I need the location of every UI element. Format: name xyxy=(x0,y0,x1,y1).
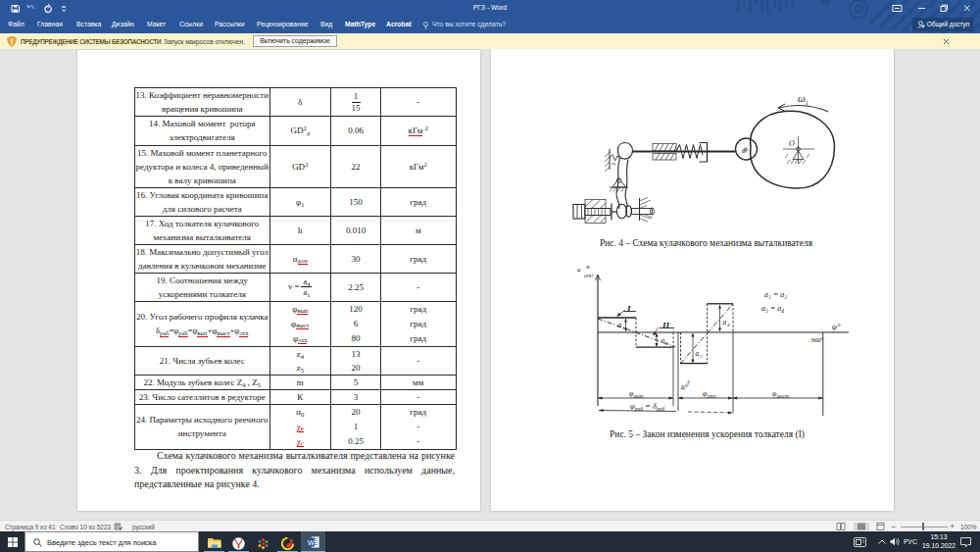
svg-text:O: O xyxy=(789,139,795,148)
svg-text:W: W xyxy=(308,539,315,546)
svg-text:3: 3 xyxy=(700,354,703,359)
svg-text:φвыт: φвыт xyxy=(629,389,644,399)
svg-text:a: a xyxy=(723,318,727,326)
svg-text:м: м xyxy=(585,264,590,270)
svg-text:φ°: φ° xyxy=(832,322,841,331)
svg-text:1: 1 xyxy=(806,100,808,106)
svg-text:a: a xyxy=(662,336,665,345)
svg-text:ω: ω xyxy=(798,92,806,104)
svg-text:φвыс: φвыс xyxy=(677,376,692,391)
svg-text:a: a xyxy=(577,266,581,274)
svg-text:φраб = δраб: φраб = δраб xyxy=(630,401,664,412)
svg-text:a₃ = a₄: a₃ = a₄ xyxy=(761,304,784,313)
svg-text:φотх: φотх xyxy=(703,389,716,399)
svg-text:1: 1 xyxy=(622,326,625,330)
svg-text:м₀: м₀ xyxy=(611,161,616,166)
svg-text:4: 4 xyxy=(727,323,730,327)
svg-text:a₁ = a₂: a₁ = a₂ xyxy=(764,290,787,299)
svg-text:360°: 360° xyxy=(810,336,824,344)
svg-text:φвыст: φвыст xyxy=(772,389,789,399)
svg-text:a: a xyxy=(696,349,700,358)
svg-text:II: II xyxy=(662,321,670,330)
svg-text:2: 2 xyxy=(665,341,668,346)
svg-text:a: a xyxy=(618,321,622,329)
svg-text:в: в xyxy=(742,145,746,155)
svg-text:I: I xyxy=(626,304,631,314)
svg-text:сек²: сек² xyxy=(584,273,593,278)
